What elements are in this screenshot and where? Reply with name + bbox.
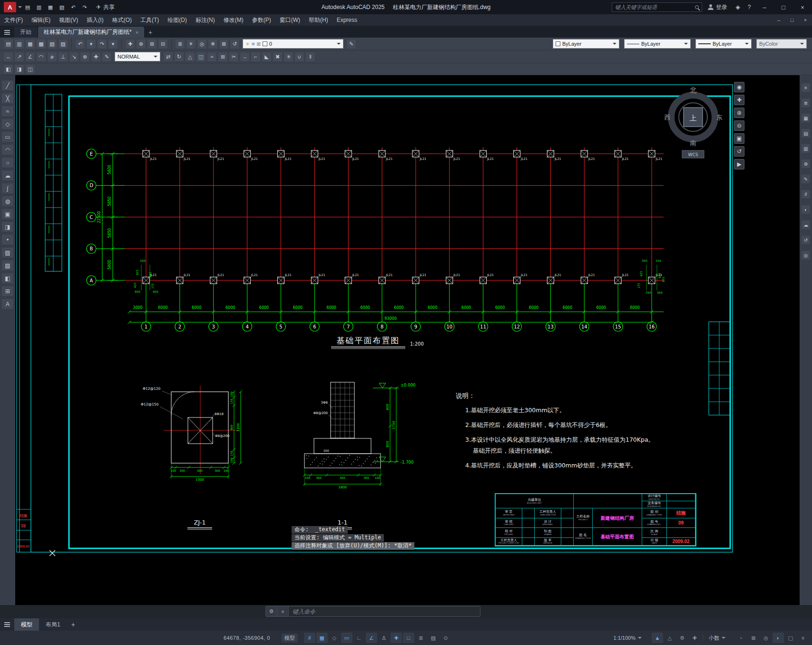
dropdown-caret-icon[interactable] xyxy=(745,43,749,45)
redo-icon[interactable]: ↷ xyxy=(79,2,90,12)
object-snap-icon[interactable]: □ xyxy=(403,633,414,643)
pan-icon[interactable]: ✚ xyxy=(734,95,744,105)
tab-overflow-icon[interactable] xyxy=(2,27,12,38)
drawing-canvas[interactable]: 结施082009.02上北南西东WCSEDCBA1234567891011121… xyxy=(15,75,800,605)
menu-item-12[interactable]: 帮助(H) xyxy=(304,14,333,26)
viewport-config-icon[interactable]: ◧ xyxy=(3,64,13,74)
region-icon[interactable]: ◧ xyxy=(1,273,14,284)
xref-palette-icon[interactable]: ⊕ xyxy=(801,159,811,169)
fillet-icon[interactable]: ⌐ xyxy=(251,52,261,62)
layer-palette-icon[interactable]: ≣ xyxy=(801,98,811,108)
dimension-angular-icon[interactable]: ∠ xyxy=(25,52,35,62)
search-icon[interactable] xyxy=(695,5,699,9)
layer-properties-icon[interactable]: ≣ xyxy=(175,39,185,49)
annotation-visibility-icon[interactable]: ▲ xyxy=(652,633,663,643)
join-icon[interactable]: ∪ xyxy=(294,52,304,62)
orbit-icon[interactable]: ↺ xyxy=(734,146,744,157)
left-dimensions[interactable]: 560056505650560022500 xyxy=(97,152,118,282)
cloud-share-icon[interactable]: ☁ xyxy=(801,220,811,229)
dimension-diameter-icon[interactable]: ⌀ xyxy=(47,52,57,62)
isolate-objects-icon[interactable]: ◎ xyxy=(760,633,772,643)
notes[interactable]: 说明：1.基础开挖必须至老土300mm以下。2.基础开挖后，必须进行插钎，每个基… xyxy=(456,392,654,469)
trace-palette-icon[interactable]: ◐ xyxy=(801,205,811,214)
units-button[interactable]: 小数 xyxy=(709,635,725,642)
polar-tracking-icon[interactable]: ∠ xyxy=(366,633,377,643)
doc-close-button[interactable]: × xyxy=(799,14,812,26)
command-bar[interactable]: ⚙× xyxy=(265,606,480,617)
tolerance-icon[interactable]: ⊕ xyxy=(80,52,90,62)
dimension-linear-icon[interactable]: ↔ xyxy=(3,52,13,62)
spline-icon[interactable]: ∫ xyxy=(1,183,14,194)
saveas-icon[interactable]: ▩ xyxy=(36,39,46,49)
workspace-switching-icon[interactable]: ⚙ xyxy=(676,633,688,643)
object-snap-tracking-icon[interactable]: ✚ xyxy=(391,633,402,643)
menu-item-6[interactable]: 工具(T) xyxy=(136,14,163,26)
transparency-icon[interactable]: ▨ xyxy=(428,633,439,643)
mirror-icon[interactable]: ◫ xyxy=(196,52,206,62)
dimension-edit-icon[interactable]: ✎ xyxy=(102,52,112,62)
login-button[interactable]: 登录 xyxy=(708,3,727,11)
layer-isolate-icon[interactable]: ◎ xyxy=(197,39,207,49)
redo-icon[interactable]: ↷ xyxy=(97,39,107,49)
detail-zj1[interactable]: Φ12@120Φ12@1508Φ18Φ8@2001001508001501001… xyxy=(141,386,243,530)
close-button[interactable]: × xyxy=(793,0,812,14)
application-menu-caret-icon[interactable] xyxy=(18,6,22,8)
construction-line-icon[interactable]: ╳ xyxy=(1,93,14,104)
application-menu-button[interactable]: A xyxy=(4,2,16,12)
zoom-window-icon[interactable]: ⊞ xyxy=(147,39,157,49)
menu-item-5[interactable]: 格式(O) xyxy=(108,14,136,26)
doc-minimize-button[interactable]: – xyxy=(772,14,785,26)
annotation-monitor-icon[interactable]: ✚ xyxy=(689,633,700,643)
lock-ui-icon[interactable]: ⊠ xyxy=(748,633,759,643)
zoom-previous-icon[interactable]: ⊟ xyxy=(158,39,168,49)
search-input[interactable] xyxy=(615,4,695,10)
model-space-button[interactable]: 模型 xyxy=(282,634,298,643)
add-layout-button[interactable]: + xyxy=(67,618,79,631)
command-close-icon[interactable]: × xyxy=(277,606,289,616)
count-palette-icon[interactable]: # xyxy=(801,189,811,199)
autoscale-icon[interactable]: △ xyxy=(664,633,675,643)
ellipse-icon[interactable]: ◍ xyxy=(1,196,14,207)
dropdown-caret-icon[interactable] xyxy=(722,637,725,639)
plot-style-dropdown[interactable]: ByColor xyxy=(756,39,807,49)
dropdown-caret-icon[interactable] xyxy=(613,43,616,45)
dimension-radius-icon[interactable]: ◠ xyxy=(36,52,46,62)
explode-icon[interactable]: ✳ xyxy=(284,52,293,62)
sheet-set-manager-icon[interactable]: ▥ xyxy=(801,144,811,153)
menu-item-11[interactable]: 窗口(W) xyxy=(275,14,304,26)
erase-icon[interactable]: ✖ xyxy=(273,52,283,62)
steering-wheel-icon[interactable]: ◉ xyxy=(734,82,744,92)
table-icon[interactable]: ⊞ xyxy=(1,286,14,297)
selection-cycling-icon[interactable]: ⊙ xyxy=(440,633,451,643)
edge-dimensions[interactable]: 2508756254251756506503501506251754258757… xyxy=(133,259,665,294)
save-file-icon[interactable]: ▦ xyxy=(45,2,56,12)
dropdown-caret-icon[interactable] xyxy=(154,56,157,58)
share-button[interactable]: ✈ 共享 xyxy=(96,3,115,11)
help-icon[interactable]: ? xyxy=(744,1,755,13)
color-dropdown[interactable]: ByLayer xyxy=(553,39,619,49)
qsave-icon[interactable]: ▦ xyxy=(25,39,35,49)
isometric-drafting-icon[interactable]: Δ xyxy=(378,633,390,643)
undo-list-icon[interactable]: ▾ xyxy=(86,39,96,49)
tab-drawing[interactable]: 桂林某电力厂新建钢结构厂房图纸* × xyxy=(38,27,144,38)
properties-palette-icon[interactable]: ≡ xyxy=(801,83,811,92)
rectangle-icon[interactable]: ▭ xyxy=(1,131,14,142)
redo-list-icon[interactable]: ▾ xyxy=(108,39,118,49)
minimize-button[interactable]: – xyxy=(755,0,774,14)
layer-unlock-icon[interactable]: ⊠ xyxy=(256,41,260,47)
layer-freeze-state-icon[interactable]: ❄ xyxy=(251,41,255,47)
tab-layout1[interactable]: 布局1 xyxy=(39,618,67,631)
ortho-mode-icon[interactable]: ∟ xyxy=(353,633,365,643)
infer-constraints-icon[interactable]: ◇ xyxy=(329,633,340,643)
dynamic-input-icon[interactable]: ▭ xyxy=(341,633,352,643)
plot-preview-icon[interactable]: ▨ xyxy=(58,39,68,49)
leader-icon[interactable]: ↘ xyxy=(69,52,79,62)
markup-import-icon[interactable]: ✎ xyxy=(801,174,811,184)
offset-icon[interactable]: ≈ xyxy=(207,52,217,62)
graphics-performance-icon[interactable]: ◐ xyxy=(773,633,784,643)
show-motion-icon[interactable]: ▶ xyxy=(734,159,744,169)
layer-visibility-icon[interactable]: ☀ xyxy=(245,41,250,47)
break-icon[interactable]: ‖ xyxy=(305,52,315,62)
lineweight-dropdown[interactable]: ByLayer xyxy=(695,39,752,49)
customization-icon[interactable]: ≡ xyxy=(797,633,809,643)
